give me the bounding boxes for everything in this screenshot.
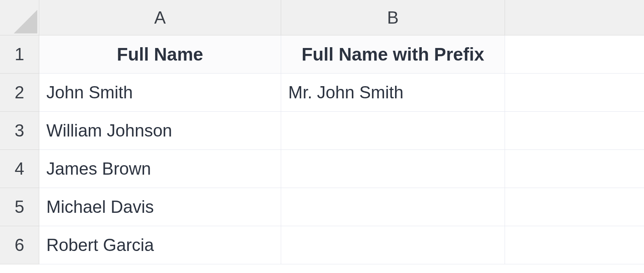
cell-A5[interactable]: Michael Davis [39, 188, 281, 226]
cell-blank-3[interactable] [505, 112, 644, 150]
select-all-corner[interactable] [0, 0, 39, 35]
cell-B3[interactable] [281, 112, 505, 150]
cell-blank-2[interactable] [505, 74, 644, 112]
spreadsheet-grid: A B 1 Full Name Full Name with Prefix 2 … [0, 0, 644, 264]
cell-B6[interactable] [281, 226, 505, 264]
svg-marker-0 [14, 10, 37, 33]
column-header-A[interactable]: A [39, 0, 281, 35]
column-header-blank[interactable] [505, 0, 644, 35]
select-all-triangle-icon [14, 10, 37, 33]
cell-blank-5[interactable] [505, 188, 644, 226]
cell-blank-6[interactable] [505, 226, 644, 264]
cell-B1[interactable]: Full Name with Prefix [281, 35, 505, 74]
cell-B2[interactable]: Mr. John Smith [281, 74, 505, 112]
column-header-B[interactable]: B [281, 0, 505, 35]
cell-B5[interactable] [281, 188, 505, 226]
row-header-5[interactable]: 5 [0, 188, 39, 226]
row-header-2[interactable]: 2 [0, 74, 39, 112]
cell-A1[interactable]: Full Name [39, 35, 281, 74]
cell-A3[interactable]: William Johnson [39, 112, 281, 150]
cell-A4[interactable]: James Brown [39, 150, 281, 188]
cell-A6[interactable]: Robert Garcia [39, 226, 281, 264]
row-header-4[interactable]: 4 [0, 150, 39, 188]
cell-blank-4[interactable] [505, 150, 644, 188]
row-header-3[interactable]: 3 [0, 112, 39, 150]
row-header-1[interactable]: 1 [0, 35, 39, 74]
cell-blank-1[interactable] [505, 35, 644, 74]
cell-B4[interactable] [281, 150, 505, 188]
cell-A2[interactable]: John Smith [39, 74, 281, 112]
row-header-6[interactable]: 6 [0, 226, 39, 264]
